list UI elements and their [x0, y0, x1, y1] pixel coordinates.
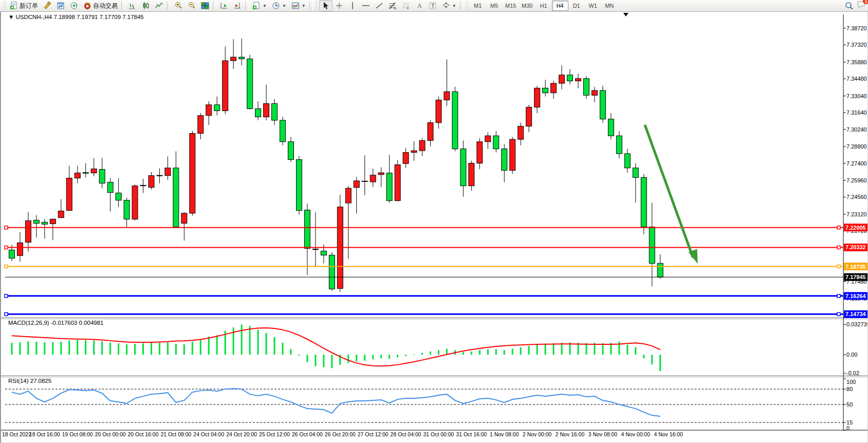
timeframe-button-M1[interactable]: M1: [470, 1, 486, 11]
macd-tick-label: 0.00: [846, 352, 857, 358]
arrows-tool-button[interactable]: ▼: [439, 0, 459, 11]
rsi-tick-label: 80: [846, 386, 853, 392]
periods-button[interactable]: ▼: [269, 0, 289, 11]
candle-bear: [493, 136, 499, 149]
timeframe-button-M5[interactable]: M5: [486, 1, 503, 11]
label-tool-button[interactable]: T: [426, 0, 439, 11]
crosshair-icon: [335, 2, 343, 10]
candle-bull: [149, 176, 154, 188]
price-line-label: 7.16264: [845, 293, 866, 299]
candle-bull: [345, 188, 351, 203]
line-handle[interactable]: [837, 265, 840, 268]
fibonacci-tool-button[interactable]: E: [386, 0, 399, 11]
candle-bull: [559, 75, 565, 83]
macd-histogram-bar: [183, 344, 185, 355]
line-chart-mode-button[interactable]: [153, 0, 166, 11]
signal-button[interactable]: [67, 0, 81, 11]
candle-bear: [280, 120, 286, 142]
chart-window-button[interactable]: [54, 0, 67, 11]
autotrade-stop-icon: [83, 2, 91, 10]
candlestick-mode-button[interactable]: [139, 0, 153, 11]
modify-tool-button[interactable]: [41, 0, 54, 11]
toolbar-grip[interactable]: [4, 2, 6, 10]
autotrade-button[interactable]: 自动交易: [81, 0, 120, 11]
rsi-indicator-label: RSI(14) 27.0825: [8, 378, 51, 384]
chart-shift-button[interactable]: [231, 0, 244, 11]
cursor-tool-button[interactable]: [319, 0, 333, 11]
price-level-line-7.18735[interactable]: [5, 265, 843, 268]
line-handle[interactable]: [837, 312, 840, 316]
price-level-line-7.16264[interactable]: [5, 294, 843, 298]
chart-canvas[interactable]: 7.387207.373207.358807.344807.330407.316…: [1, 11, 867, 442]
zoom-out-button[interactable]: [185, 0, 198, 11]
candle-bear: [386, 173, 392, 201]
price-line-label: 7.14734: [845, 311, 866, 317]
fibo-fan-tool-button[interactable]: F: [399, 0, 413, 11]
candle-bear: [616, 136, 622, 154]
candle-bull: [526, 107, 532, 126]
toolbar-grip[interactable]: [316, 2, 318, 10]
price-tick-label: 7.23120: [846, 211, 867, 217]
line-handle[interactable]: [837, 226, 840, 229]
vertical-line-tool-button[interactable]: [346, 0, 359, 11]
time-axis-label: 26 Oct 20:00: [325, 432, 356, 437]
dropdown-caret-icon: ▼: [302, 4, 306, 8]
line-handle[interactable]: [837, 246, 840, 249]
notifications-button[interactable]: 1: [857, 1, 866, 11]
line-handle[interactable]: [5, 265, 8, 268]
line-handle[interactable]: [5, 312, 8, 316]
search-icon[interactable]: [845, 2, 854, 10]
timeframe-button-D1[interactable]: D1: [568, 1, 585, 11]
price-level-line-7.22005[interactable]: [5, 226, 843, 229]
candles-layer: [9, 39, 663, 292]
price-tick-label: 7.30240: [846, 126, 867, 133]
price-tick-label: 7.31640: [846, 109, 867, 116]
crosshair-tool-button[interactable]: [333, 0, 346, 11]
trendline-tool-button[interactable]: [373, 0, 386, 11]
price-tick-label: 7.28800: [846, 143, 867, 150]
price-level-line-7.20332[interactable]: [5, 246, 843, 249]
macd-histogram-bar: [364, 355, 365, 361]
candle-bear: [124, 200, 130, 219]
macd-histogram-bar: [233, 327, 234, 355]
price-line-label: 7.18735: [845, 264, 866, 270]
line-handle[interactable]: [5, 294, 8, 298]
line-handle[interactable]: [5, 226, 8, 229]
macd-histogram-bar: [463, 352, 464, 355]
macd-histogram-bar: [323, 355, 324, 367]
timeframe-button-M30[interactable]: M30: [519, 1, 535, 11]
timeframe-button-M15[interactable]: M15: [503, 1, 519, 11]
templates-button[interactable]: ▼: [289, 0, 308, 11]
timeframe-button-H4[interactable]: H4: [552, 1, 568, 11]
line-handle[interactable]: [5, 246, 8, 249]
macd-histogram-bar: [241, 324, 243, 355]
macd-histogram-bar: [347, 355, 349, 363]
timeframe-button-MN[interactable]: MN: [601, 1, 618, 11]
candle-bull: [411, 151, 417, 152]
bar-chart-mode-button[interactable]: [126, 0, 139, 11]
candle-bull: [17, 243, 23, 255]
toolbar-grip[interactable]: [466, 2, 468, 10]
tile-windows-button[interactable]: [198, 0, 212, 11]
timeframe-button-H1[interactable]: H1: [535, 1, 552, 11]
macd-histogram-bar: [520, 347, 522, 355]
horizontal-line-icon: [362, 2, 370, 10]
horizontal-line-tool-button[interactable]: [359, 0, 373, 11]
candlestick-icon: [142, 2, 150, 10]
line-handle[interactable]: [837, 294, 840, 298]
candle-bull: [444, 91, 450, 100]
text-tool-button[interactable]: A: [413, 0, 426, 11]
chart-shift-marker-icon[interactable]: [623, 13, 629, 16]
macd-histogram-bar: [430, 352, 431, 355]
candle-bear: [502, 149, 507, 171]
zoom-in-button[interactable]: [172, 0, 185, 11]
auto-scroll-button[interactable]: [217, 0, 231, 11]
macd-histogram-bar: [192, 342, 193, 355]
timeframe-button-W1[interactable]: W1: [585, 1, 601, 11]
new-order-button[interactable]: 新订单: [7, 0, 41, 11]
price-level-line-7.14734[interactable]: [5, 312, 843, 316]
candle-bull: [198, 116, 204, 134]
chart-window[interactable]: 7.387207.373207.358807.344807.330407.316…: [0, 11, 868, 443]
indicators-button[interactable]: ▼: [250, 0, 269, 11]
candle-bear: [583, 79, 589, 95]
